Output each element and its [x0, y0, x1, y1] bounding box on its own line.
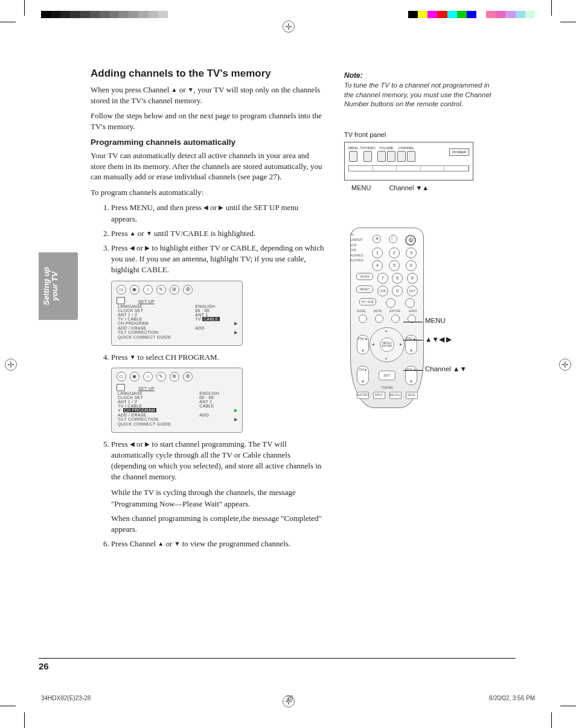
intro-para-2: Follow the steps below and on the next p… — [91, 110, 326, 132]
osd-title: SET UP — [138, 386, 155, 391]
front-sub-menu: MENU — [351, 184, 371, 191]
fav-rocker-icon: FAV▲▼ — [357, 335, 369, 354]
step-5c: While the TV is cycling through the chan… — [111, 487, 326, 509]
callout-menu: MENU — [425, 317, 446, 324]
tvvideo-button-icon — [363, 151, 372, 162]
color-bar-left — [41, 11, 168, 18]
left-icon: ◀ — [203, 204, 208, 211]
color-bar-right — [408, 11, 535, 18]
note-body: To tune the TV to a channel not programm… — [344, 81, 495, 109]
registration-mark — [559, 359, 571, 371]
crop-mark — [0, 22, 16, 22]
menu-enter-button-icon: MENU/ENTER — [380, 337, 394, 352]
step-5: Press ◀ or ▶ to start channel programmin… — [111, 439, 326, 483]
front-sub-channel: Channel ▼▲ — [389, 184, 429, 191]
input-button-icon: INPUT — [373, 392, 385, 399]
step-5d: When channel programming is complete,the… — [111, 513, 326, 535]
footer-timestamp: 8/20/02, 3:56 PM — [489, 695, 535, 701]
num-1-icon: 1 — [372, 247, 383, 258]
crop-mark — [560, 22, 576, 22]
right-icon: ▶ — [231, 408, 237, 413]
vol-up-icon — [387, 151, 395, 162]
left-icon: ◀ — [130, 244, 135, 251]
favscan-button-icon — [405, 298, 415, 308]
crop-mark — [24, 0, 25, 16]
crop-mark — [0, 706, 16, 706]
subheading: Programming channels automatically — [91, 138, 326, 147]
steps-list: Press MENU, and then press ◀ or ▶ until … — [91, 202, 326, 275]
osd-table: LANGUAGEENGLISH CLOCK SET00 : 00 ANT 1 /… — [117, 304, 237, 339]
down-icon: ▼ — [146, 230, 152, 237]
ch-down-icon — [397, 151, 406, 162]
dpad-icon: ▲ ▼ ◀ ▶ MENU/ENTER — [370, 327, 405, 362]
steps-list-3: Press ◀ or ▶ to start channel programmin… — [91, 439, 326, 483]
num-8-icon: 8 — [392, 273, 403, 284]
crop-mark — [24, 712, 25, 728]
up-icon: ▲ — [158, 540, 164, 547]
crop-mark — [560, 706, 576, 706]
right-icon: ▶ — [145, 244, 150, 251]
osd-tab-icon: ▭ — [117, 372, 126, 382]
footer: 34HDX82(E)23-28 26 8/20/02, 3:56 PM — [41, 695, 535, 701]
chapter-tab-line2: your TV — [51, 261, 59, 311]
mute-button-icon: MUTE — [406, 392, 418, 399]
tv-icon — [117, 384, 125, 391]
osd-tab-icon: ◉ — [130, 372, 139, 382]
registration-mark — [5, 359, 17, 371]
osd-tab-icon: ✎ — [156, 285, 166, 295]
right-icon: ▶ — [231, 321, 237, 326]
crop-mark — [551, 712, 552, 728]
power-button-icon: POWER — [449, 148, 469, 156]
menu-button-icon — [349, 151, 357, 162]
num-7-icon: 7 — [377, 273, 388, 284]
right-icon: ▶ — [145, 441, 150, 447]
fav-rocker-icon: FAV▲▼ — [405, 335, 417, 354]
num-3-icon: 3 — [406, 247, 417, 258]
picsize-button-icon: PIC SIZE — [359, 298, 376, 305]
step-6: Press Channel ▲ or ▼ to view the program… — [111, 538, 326, 549]
ch-rocker-icon: CH▲▼ — [357, 366, 369, 385]
num-4-icon: 4 — [372, 260, 383, 271]
ent-button-icon: ENT — [407, 286, 418, 296]
chapter-tab: Setting up your TV — [39, 252, 78, 320]
num-5-icon: 5 — [389, 260, 400, 271]
ch-up-icon — [407, 151, 415, 162]
exit-button-icon: EXIT — [379, 371, 395, 380]
osd-tab-icon: ⌂ — [143, 372, 153, 382]
vol-rocker-icon: VOL▲▼ — [405, 366, 417, 385]
osd-setup-1: ▭ ◉ ⌂ ✎ ⊞ ⦿ SET UP LANGUAGEENGLISH CLOCK… — [111, 281, 243, 346]
front-panel-diagram: MENU TV/VIDEO VOLUME CHANNEL POWER — [344, 142, 473, 180]
captext-button-icon: CAP/TEXT — [357, 392, 369, 399]
chapter-tab-line1: Setting up — [42, 261, 51, 311]
osd-tab-icon: ⊞ — [170, 372, 179, 382]
step-1: Press MENU, and then press ◀ or ▶ until … — [111, 202, 326, 224]
main-column: Adding channels to the TV's memory When … — [91, 68, 326, 554]
step-3: Press ◀ or ▶ to highlight either TV or C… — [111, 243, 326, 276]
right-icon: ▶ — [231, 330, 237, 335]
osd-tab-icon: ⌂ — [143, 285, 153, 295]
num-9-icon: 9 — [407, 273, 418, 284]
down-icon: ▼ — [188, 86, 194, 93]
chrtn-button-icon: CHR — [377, 286, 388, 296]
osd-tab-icon: ▭ — [117, 285, 126, 295]
osd-table: LANGUAGEENGLISH CLOCK SET00 : 00 ANT 1 /… — [117, 391, 237, 426]
osd-tab-icon: ⊞ — [170, 285, 179, 295]
reset-button-icon: RESET — [356, 286, 373, 293]
num-0-icon: 0 — [392, 286, 403, 296]
callout-arrows: ▲▼◀ ▶ — [425, 335, 452, 343]
up-icon: ▲ — [171, 86, 178, 93]
footer-page: 26 — [286, 695, 293, 701]
down-icon: ▼ — [174, 540, 181, 547]
page-number: 26 — [39, 658, 516, 671]
vol-down-icon — [377, 151, 386, 162]
recall-button-icon: RECALL — [389, 392, 402, 399]
remote-diagram-wrap: TV CAB/SAT VCR DVD AUX/HD1 AUX/HD2 ☀ ☾ ⏻… — [344, 228, 495, 408]
power-button-icon: ⏻ — [405, 235, 416, 246]
osd-tab-icon: ⦿ — [183, 372, 193, 382]
num-2-icon: 2 — [389, 247, 400, 258]
footer-file: 34HDX82(E)23-28 — [41, 695, 91, 701]
page-title: Adding channels to the TV's memory — [91, 68, 326, 80]
sleep-button-icon: ☾ — [389, 235, 397, 243]
steps-list-2: Press ▼ to select CH PROGRAM. — [91, 352, 326, 363]
right-icon: ▶ — [231, 417, 237, 422]
